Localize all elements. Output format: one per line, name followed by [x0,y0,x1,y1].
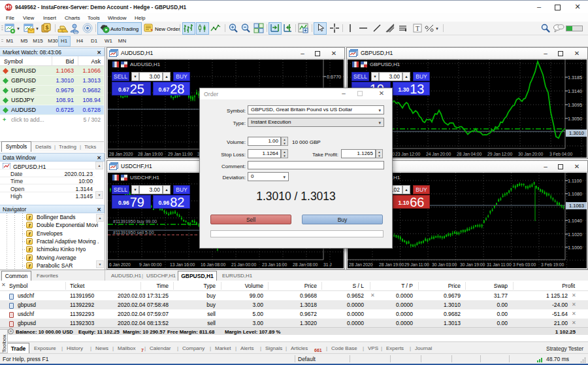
svg-text:$: $ [45,24,48,31]
svg-text:T: T [416,25,419,32]
